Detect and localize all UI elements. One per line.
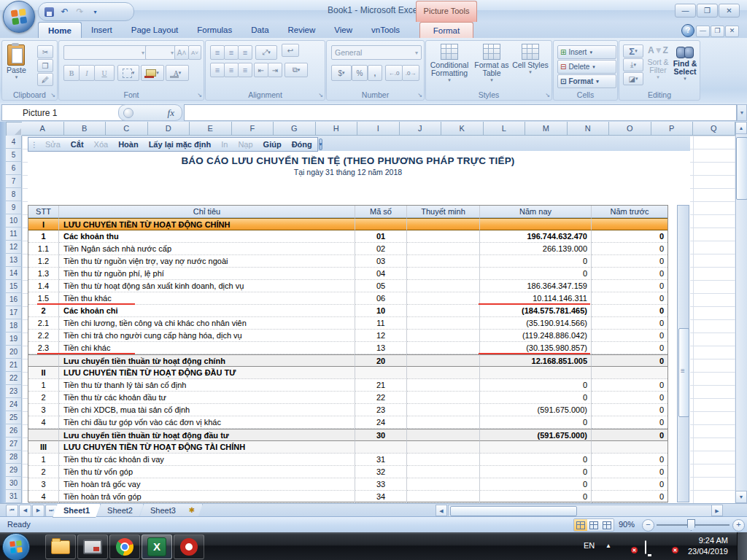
tab-format[interactable]: Format <box>419 22 473 38</box>
select-all-corner[interactable] <box>6 122 23 137</box>
formula-input[interactable] <box>184 104 737 121</box>
align-top-icon[interactable]: ≡ <box>210 45 225 60</box>
workbook-restore-icon[interactable]: ❐ <box>711 26 724 37</box>
tab-review[interactable]: Review <box>279 22 325 38</box>
row-header-21[interactable]: 21 <box>6 359 22 372</box>
increase-decimal-icon[interactable]: ←.0 <box>385 65 403 81</box>
toolbar-item-9[interactable]: Đóng <box>287 140 317 149</box>
sort-filter-button[interactable]: A▼Z Sort & Filter▾ <box>644 45 672 80</box>
row-header-13[interactable]: 13 <box>6 254 22 267</box>
increase-indent-icon[interactable]: ⇥ <box>268 63 282 77</box>
vertical-scroll-thumb[interactable] <box>736 137 747 200</box>
format-painter-icon[interactable]: 🖉 <box>37 73 53 86</box>
prev-sheet-icon[interactable]: ◀ <box>19 505 31 517</box>
row-header-8[interactable]: 8 <box>6 188 22 201</box>
align-middle-icon[interactable]: ≡ <box>224 45 239 60</box>
alignment-dialog-launcher-icon[interactable]: ↘ <box>318 92 323 98</box>
column-header-Q[interactable]: Q <box>693 122 735 136</box>
column-header-A[interactable]: A <box>22 122 64 136</box>
comma-icon[interactable]: , <box>368 65 382 81</box>
tray-expand-icon[interactable]: ▲ <box>605 542 611 560</box>
scroll-up-icon[interactable]: ▲ <box>735 122 747 134</box>
row-header-26[interactable]: 26 <box>6 424 22 438</box>
row-header-19[interactable]: 19 <box>6 332 22 346</box>
column-header-F[interactable]: F <box>232 122 274 136</box>
row-header-28[interactable]: 28 <box>6 451 22 464</box>
tab-page-layout[interactable]: Page Layout <box>122 22 188 38</box>
format-cells-button[interactable]: ⊡Format▾ <box>557 74 616 88</box>
align-left-icon[interactable]: ≡ <box>210 63 225 77</box>
column-header-K[interactable]: K <box>441 122 484 136</box>
copy-icon[interactable]: ❐ <box>37 59 53 72</box>
language-indicator[interactable]: EN <box>584 541 595 560</box>
column-header-B[interactable]: B <box>64 122 107 136</box>
row-header-18[interactable]: 18 <box>6 319 22 332</box>
page-break-view-icon[interactable] <box>600 519 614 531</box>
column-header-P[interactable]: P <box>651 122 694 136</box>
align-center-icon[interactable]: ≡ <box>224 63 239 77</box>
workbook-close-icon[interactable]: ✕ <box>725 26 739 37</box>
taskbar-explorer-button[interactable] <box>45 534 76 559</box>
insert-cells-button[interactable]: ⊞Insert▾ <box>557 45 616 59</box>
cut-icon[interactable]: ✂ <box>37 45 53 58</box>
shrink-font-icon[interactable]: A˅ <box>188 45 201 60</box>
number-format-combo[interactable]: General▾ <box>331 45 422 60</box>
zoom-in-icon[interactable]: + <box>732 519 745 532</box>
wrap-text-icon[interactable]: ↩ <box>282 44 299 57</box>
row-header-20[interactable]: 20 <box>6 346 22 359</box>
show-desktop-button[interactable] <box>737 532 747 560</box>
column-header-D[interactable]: D <box>148 122 190 136</box>
clipboard-dialog-launcher-icon[interactable]: ↘ <box>50 92 55 98</box>
row-header-29[interactable]: 29 <box>6 464 22 477</box>
borders-icon[interactable]: ▾ <box>117 65 139 81</box>
sheet-tab-sheet1[interactable]: Sheet1 <box>53 504 101 518</box>
decrease-decimal-icon[interactable]: .0→ <box>402 65 419 81</box>
close-button[interactable]: ✕ <box>719 4 740 18</box>
tab-data[interactable]: Data <box>241 22 278 38</box>
column-header-C[interactable]: C <box>106 122 148 136</box>
toolbar-item-2[interactable]: Cắt <box>66 140 89 149</box>
scroll-down-icon[interactable]: ▼ <box>735 491 747 503</box>
zoom-level[interactable]: 90% <box>619 520 635 529</box>
frame-scrollbar-thumb[interactable] <box>678 328 689 417</box>
orientation-icon[interactable]: ⤢▾ <box>255 45 277 60</box>
column-header-O[interactable]: O <box>609 122 651 136</box>
formula-bar-expand-icon[interactable]: ▼ <box>737 104 747 121</box>
fill-color-icon[interactable]: ▾ <box>141 65 164 81</box>
column-header-J[interactable]: J <box>400 122 442 136</box>
currency-icon[interactable]: $▾ <box>331 65 352 81</box>
hscroll-left-icon[interactable]: ◀ <box>436 505 447 516</box>
font-name-combo[interactable]: ▾ <box>63 45 148 60</box>
toolbar-item-8[interactable]: Giúp <box>258 140 287 149</box>
action-center-flag-icon[interactable]: ✕ <box>665 541 676 551</box>
paste-button[interactable]: Paste ▾ <box>7 44 26 80</box>
styles-dialog-launcher-icon[interactable]: ↘ <box>545 92 550 98</box>
row-header-15[interactable]: 15 <box>6 280 22 293</box>
row-header-12[interactable]: 12 <box>6 241 22 254</box>
fill-icon[interactable]: ⤓▾ <box>623 58 643 71</box>
tab-vntools[interactable]: vnTools <box>362 22 409 38</box>
row-header-4[interactable]: 4 <box>6 136 22 149</box>
report-picture[interactable]: ⋮ SửaCắtXóaHoànLấy lại mặc địnhInNạpGiúp… <box>28 136 690 503</box>
fx-icon[interactable]: fx <box>168 107 174 119</box>
taskbar-chrome-button[interactable] <box>109 534 140 559</box>
tab-formulas[interactable]: Formulas <box>187 22 241 38</box>
hscroll-right-icon[interactable]: ▶ <box>711 505 723 516</box>
toolbar-item-5[interactable]: Lấy lại mặc định <box>144 140 217 149</box>
row-header-14[interactable]: 14 <box>6 267 22 280</box>
workbook-minimize-icon[interactable]: — <box>696 26 710 37</box>
frame-scrollbar[interactable] <box>677 205 689 502</box>
tab-home[interactable]: Home <box>38 22 82 38</box>
row-header-30[interactable]: 30 <box>6 477 22 490</box>
cell-styles-button[interactable]: Cell Styles▾ <box>512 44 549 75</box>
taskbar-remote-app-button[interactable] <box>77 534 108 559</box>
merge-center-icon[interactable]: ⧉▾ <box>285 63 308 77</box>
row-header-9[interactable]: 9 <box>6 201 22 214</box>
column-header-N[interactable]: N <box>568 122 610 136</box>
row-header-23[interactable]: 23 <box>6 385 22 398</box>
font-dialog-launcher-icon[interactable]: ↘ <box>197 92 202 98</box>
zoom-slider-thumb[interactable] <box>687 519 695 531</box>
decrease-indent-icon[interactable]: ⇤ <box>254 63 268 77</box>
column-header-E[interactable]: E <box>190 122 232 136</box>
toolbar-grip-icon[interactable]: ⋮ <box>31 141 38 149</box>
